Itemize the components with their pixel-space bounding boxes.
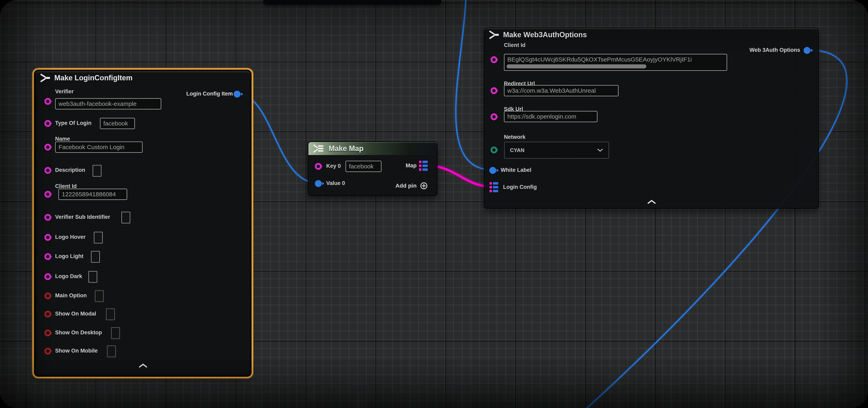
pin-label-verifier-sub-identifier: Verifier Sub Identifier: [55, 214, 110, 220]
node-make-map[interactable]: Make Map Key 0 facebook Map Value 0 Add …: [308, 141, 437, 196]
output-label-login-config-item: Login Config Item: [186, 91, 233, 97]
output-label-web3auth-options: Web 3Auth Options: [749, 47, 800, 53]
pin-label-main-option: Main Option: [55, 293, 87, 299]
pin-label-name: Name: [55, 136, 70, 142]
node-title: Make LoginConfigItem: [54, 74, 132, 82]
node-make-login-config-item[interactable]: Make LoginConfigItem Login Config Item V…: [35, 71, 250, 376]
pin-logo-light[interactable]: [44, 253, 51, 260]
pin-network[interactable]: [491, 146, 497, 154]
client-id-scrollbar[interactable]: [506, 64, 646, 68]
collapse-node-chevron-icon[interactable]: [138, 363, 148, 368]
type-of-login-input[interactable]: facebook: [100, 118, 135, 129]
make-struct-icon: [40, 73, 51, 82]
logo-hover-input[interactable]: [94, 232, 103, 243]
collapse-node-chevron-icon[interactable]: [647, 200, 656, 204]
pin-label-description: Description: [55, 167, 85, 173]
add-pin-plus-icon: [420, 182, 428, 190]
pin-label-type-of-login: Type Of Login: [55, 120, 91, 126]
pin-label-logo-light: Logo Light: [55, 253, 83, 260]
blueprint-graph-canvas[interactable]: Make LoginConfigItem Login Config Item V…: [0, 0, 868, 408]
output-label-map: Map: [406, 163, 416, 169]
pin-login-config[interactable]: [490, 182, 498, 193]
pin-value-0[interactable]: [315, 180, 322, 187]
pin-verifier-sub-identifier[interactable]: [44, 214, 51, 221]
main-option-checkbox[interactable]: [95, 290, 104, 302]
client-id-input[interactable]: BEglQSgt4cUWcj6SKRdu5QkOXTsePmMcusG5EAoy…: [504, 54, 727, 71]
client-id-input[interactable]: 1222658941886084: [58, 189, 127, 200]
node-header-make-map[interactable]: Make Map: [308, 142, 437, 155]
make-struct-icon: [489, 30, 499, 39]
pin-web3auth-options-output[interactable]: [804, 47, 810, 54]
show-on-desktop-checkbox[interactable]: [111, 327, 120, 339]
name-input[interactable]: Facebook Custom Login: [55, 141, 143, 153]
pin-map-output[interactable]: [419, 161, 428, 172]
logo-dark-input[interactable]: [88, 271, 97, 283]
add-pin-label: Add pin: [396, 182, 416, 189]
pin-label-show-on-modal: Show On Modal: [55, 311, 96, 317]
pin-label-show-on-mobile: Show On Mobile: [55, 348, 98, 354]
pin-white-label[interactable]: [489, 167, 496, 174]
pin-type-of-login[interactable]: [44, 120, 51, 127]
node-header-make-web3auth-options[interactable]: Make Web3AuthOptions: [485, 28, 818, 41]
pin-label-show-on-desktop: Show On Desktop: [55, 330, 102, 336]
pin-label-network: Network: [504, 134, 526, 140]
node-title: Make Map: [329, 144, 364, 153]
pin-main-option[interactable]: [44, 293, 51, 299]
redirect-url-input[interactable]: w3a://com.w3a.Web3AuthUnreal: [504, 85, 619, 96]
pin-show-on-modal[interactable]: [44, 311, 51, 317]
verifier-sub-identifier-input[interactable]: [121, 212, 130, 224]
client-id-value: BEglQSgt4cUWcj6SKRdu5QkOXTsePmMcusG5EAoy…: [507, 56, 692, 63]
network-selected-value: CYAN: [510, 147, 524, 154]
pin-key-0[interactable]: [315, 163, 322, 170]
pin-label-value-0: Value 0: [326, 180, 345, 186]
pin-sdk-url[interactable]: [491, 113, 497, 120]
add-pin-button[interactable]: Add pin: [396, 182, 428, 190]
logo-light-input[interactable]: [91, 251, 100, 263]
pin-label-verifier: Verifier: [55, 89, 74, 95]
sdk-url-input[interactable]: https://sdk.openlogin.com: [504, 111, 597, 122]
pin-label-login-config: Login Config: [503, 184, 537, 190]
network-dropdown[interactable]: CYAN: [504, 142, 609, 159]
node-header-make-login-config-item[interactable]: Make LoginConfigItem: [36, 71, 250, 84]
pin-redirect-url[interactable]: [491, 87, 497, 94]
show-on-mobile-checkbox[interactable]: [107, 345, 116, 357]
pin-label-logo-hover: Logo Hover: [55, 234, 86, 240]
pin-label-client-id: Client Id: [504, 42, 526, 48]
pin-label-logo-dark: Logo Dark: [55, 273, 82, 279]
make-map-icon: [312, 144, 325, 153]
pin-client-id[interactable]: [44, 191, 51, 198]
pin-label-key-0: Key 0: [326, 163, 341, 169]
verifier-input[interactable]: web3auth-facebook-example: [55, 98, 161, 109]
pin-logo-hover[interactable]: [44, 234, 51, 241]
pin-show-on-desktop[interactable]: [44, 330, 51, 336]
pin-label-white-label: White Label: [501, 167, 531, 173]
key-0-input[interactable]: facebook: [345, 161, 381, 172]
pin-logo-dark[interactable]: [44, 273, 51, 280]
pin-login-config-item-output[interactable]: [234, 91, 241, 98]
pin-client-id[interactable]: [491, 56, 497, 63]
pin-description[interactable]: [44, 167, 51, 174]
chevron-down-icon: [597, 148, 603, 152]
node-title: Make Web3AuthOptions: [503, 31, 587, 39]
description-input[interactable]: [93, 165, 101, 177]
show-on-modal-checkbox[interactable]: [106, 308, 115, 320]
pin-verifier[interactable]: [44, 98, 51, 105]
pin-name[interactable]: [44, 144, 51, 150]
pin-show-on-mobile[interactable]: [44, 348, 51, 354]
node-make-web3auth-options[interactable]: Make Web3AuthOptions Web 3Auth Options C…: [484, 28, 819, 209]
